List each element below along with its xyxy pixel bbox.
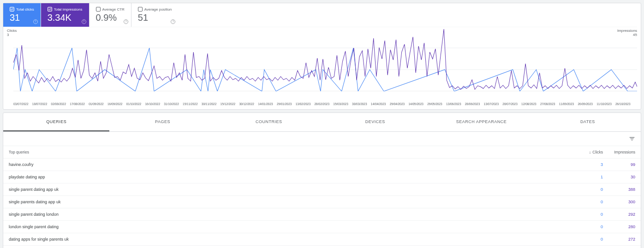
cell-query: havine.coufry [9,162,571,167]
checkbox-checked-icon [10,7,14,12]
metric-value: 0.9% [96,12,125,23]
x-tick: 03/07/2022 [13,102,29,106]
x-axis-ticks: 03/07/202218/07/202202/08/202217/08/2022… [3,100,641,109]
cell-query: single parent dating app uk [9,187,571,192]
series-impressions [13,29,637,89]
x-tick: 26/10/2023 [615,102,631,106]
cell-clicks: 0 [571,224,603,229]
x-tick: 13/07/2023 [484,102,499,106]
cell-impressions: 388 [603,187,635,192]
metric-label: Average position [144,7,172,12]
help-icon[interactable]: ? [124,19,128,24]
x-tick: 16/09/2022 [107,102,123,106]
cell-clicks: 1 [571,175,603,179]
x-tick: 14/01/2023 [258,102,273,106]
table-row[interactable]: single parent dating london0292 [3,208,641,221]
tab-devices[interactable]: DEVICES [322,113,428,131]
x-tick: 26/09/2023 [578,102,593,106]
x-tick: 28/06/2023 [465,102,480,106]
checkbox-unchecked-icon [96,7,101,12]
x-tick: 28/07/2023 [502,102,518,106]
metric-value: 3.34K [48,12,83,23]
x-tick: 01/09/2022 [89,102,104,106]
table-row[interactable]: dating apps for single parents uk0272 [3,233,641,246]
cell-impressions: 300 [603,200,635,204]
chart-svg: 2 1 0 30 15 0 1 [13,27,637,91]
y-axis-right-label: Impressions 45 [617,29,637,37]
x-tick: 15/11/2022 [183,102,198,106]
x-tick: 14/05/2023 [408,102,423,106]
metric-label: Total clicks [16,7,34,12]
cell-impressions: 292 [603,212,635,217]
y-axis-left-label: Clicks 3 [7,29,17,37]
x-tick: 18/07/2022 [32,102,48,106]
metric-average-ctr[interactable]: Average CTR 0.9% ? [89,3,131,27]
x-tick: 29/01/2023 [277,102,292,106]
x-tick: 31/10/2022 [164,102,179,106]
sort-desc-icon: ↓ [589,150,591,154]
x-tick: 13/02/2023 [296,102,311,106]
cell-query: single parents dating app uk [9,200,571,204]
filter-icon[interactable] [629,136,635,142]
x-tick: 30/12/2022 [239,102,254,106]
metric-label: Total impressions [54,7,83,12]
table-row[interactable]: best dating apps for single parents uk02… [3,246,641,248]
metric-value: 51 [138,12,172,23]
metric-label: Average CTR [102,7,125,12]
x-tick: 11/09/2023 [559,102,574,106]
x-tick: 29/04/2023 [390,102,405,106]
cell-clicks: 0 [571,212,603,217]
header-top-queries[interactable]: Top queries [9,150,571,154]
x-tick: 15/12/2022 [221,102,236,106]
x-tick: 01/10/2022 [126,102,142,106]
cell-clicks: 0 [571,237,603,242]
cell-query: playdate dating app [9,175,571,179]
metric-total-clicks[interactable]: Total clicks 31 ? [3,3,41,27]
cell-query: single parent dating london [9,212,571,217]
table-row[interactable]: single parents dating app uk0300 [3,196,641,208]
x-tick: 02/08/2022 [51,102,66,106]
checkbox-unchecked-icon [138,7,143,12]
table-row[interactable]: single parent dating app uk0388 [3,183,641,196]
cell-query: london single parent dating [9,224,571,229]
x-tick: 11/10/2023 [596,102,612,106]
x-tick: 28/02/2023 [315,102,330,106]
help-icon[interactable]: ? [82,19,86,24]
x-tick: 30/03/2023 [352,102,367,106]
x-tick: 30/11/2022 [202,102,217,106]
cell-clicks: 3 [571,162,603,167]
x-tick: 16/10/2022 [145,102,160,106]
metric-average-position[interactable]: Average position 51 ? [131,3,178,27]
cell-impressions: 30 [603,175,635,179]
cell-impressions: 272 [603,237,635,242]
tab-queries[interactable]: QUERIES [3,113,109,131]
metrics-row: Total clicks 31 ? Total impressions 3.34… [3,3,641,27]
cell-query: dating apps for single parents uk [9,237,571,242]
help-icon[interactable]: ? [33,19,38,24]
header-clicks[interactable]: ↓ Clicks [571,150,603,154]
x-tick: 14/04/2023 [371,102,386,106]
x-tick: 29/05/2023 [427,102,442,106]
performance-panel: Total clicks 31 ? Total impressions 3.34… [3,3,641,110]
tab-countries[interactable]: COUNTRIES [216,113,322,131]
cell-impressions: 280 [603,224,635,229]
x-tick: 27/08/2023 [540,102,555,106]
tab-search-appearance[interactable]: SEARCH APPEARANCE [428,113,534,131]
table-row[interactable]: havine.coufry399 [3,159,641,171]
checkbox-checked-icon [48,7,52,12]
table-row[interactable]: playdate dating app130 [3,171,641,183]
x-tick: 17/08/2022 [70,102,85,106]
metric-value: 31 [10,12,34,23]
tabs: QUERIESPAGESCOUNTRIESDEVICESSEARCH APPEA… [3,113,641,132]
table-row[interactable]: london single parent dating0280 [3,221,641,233]
tab-dates[interactable]: DATES [535,113,641,131]
x-tick: 13/06/2023 [446,102,461,106]
cell-clicks: 0 [571,200,603,204]
metric-total-impressions[interactable]: Total impressions 3.34K ? [41,3,89,27]
table-header: Top queries ↓ Clicks Impressions [3,146,641,159]
help-icon[interactable]: ? [171,19,175,24]
tab-pages[interactable]: PAGES [109,113,215,131]
cell-clicks: 0 [571,187,603,192]
header-impressions[interactable]: Impressions [603,150,635,154]
x-tick: 15/03/2023 [333,102,348,106]
